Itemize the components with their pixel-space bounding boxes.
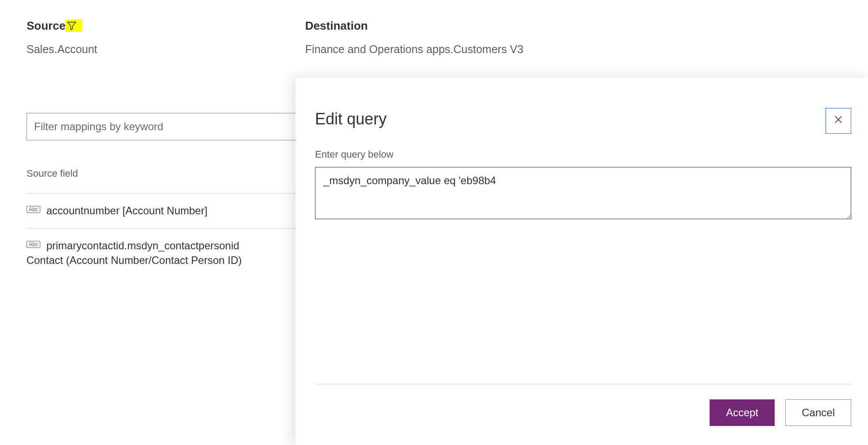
source-value: Sales.Account: [27, 42, 97, 57]
funnel-icon[interactable]: [66, 20, 77, 31]
dialog-footer: Accept Cancel: [315, 384, 851, 426]
abc-icon: Abc: [27, 206, 40, 213]
abc-icon: Abc: [27, 241, 40, 248]
field-text-line1: primarycontactid.msdyn_contactpersonid: [46, 240, 239, 252]
list-item[interactable]: Abc primarycontactid.msdyn_contactperson…: [27, 228, 297, 278]
accept-button[interactable]: Accept: [710, 399, 775, 426]
query-input[interactable]: [315, 167, 851, 219]
filter-highlight: [65, 19, 82, 32]
destination-label: Destination: [305, 18, 368, 34]
dialog-title: Edit query: [315, 108, 851, 130]
dialog-label: Enter query below: [315, 148, 851, 162]
close-button[interactable]: [826, 108, 851, 134]
field-text: primarycontactid.msdyn_contactpersonid C…: [46, 238, 297, 268]
destination-value: Finance and Operations apps.Customers V3: [305, 42, 523, 57]
field-text: accountnumber [Account Number]: [46, 203, 297, 218]
source-label: Source: [27, 18, 65, 34]
filter-mappings-input[interactable]: [27, 113, 297, 140]
field-text-line2: Contact (Account Number/Contact Person I…: [27, 253, 297, 268]
close-icon: [833, 115, 843, 128]
edit-query-dialog: Edit query Enter query below Accept Canc…: [296, 78, 868, 445]
cancel-button[interactable]: Cancel: [785, 399, 851, 426]
source-field-header: Source field: [27, 167, 297, 193]
list-item[interactable]: Abc accountnumber [Account Number]: [27, 193, 297, 228]
